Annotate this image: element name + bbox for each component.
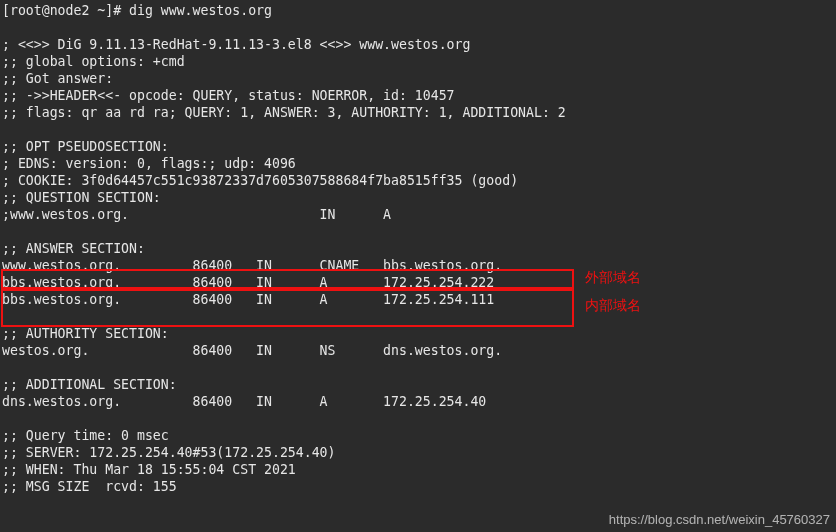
blank-line: [2, 20, 10, 35]
authority-section-title: ;; AUTHORITY SECTION:: [2, 326, 169, 341]
blank-line: [2, 122, 10, 137]
watermark: https://blog.csdn.net/weixin_45760327: [609, 511, 830, 528]
msg-size-line: ;; MSG SIZE rcvd: 155: [2, 479, 177, 494]
cookie-line: ; COOKIE: 3f0d64457c551c93872337d7605307…: [2, 173, 518, 188]
query-time-line: ;; Query time: 0 msec: [2, 428, 169, 443]
got-answer-line: ;; Got answer:: [2, 71, 113, 86]
answer-row-a-1: bbs.westos.org. 86400 IN A 172.25.254.22…: [2, 275, 494, 290]
server-line: ;; SERVER: 172.25.254.40#53(172.25.254.4…: [2, 445, 335, 460]
annotation-external-domain: 外部域名: [585, 269, 641, 286]
when-line: ;; WHEN: Thu Mar 18 15:55:04 CST 2021: [2, 462, 296, 477]
terminal-output: [root@node2 ~]# dig www.westos.org ; <<>…: [2, 2, 566, 495]
blank-line: [2, 360, 10, 375]
dig-version-line: ; <<>> DiG 9.11.13-RedHat-9.11.13-3.el8 …: [2, 37, 470, 52]
answer-section-title: ;; ANSWER SECTION:: [2, 241, 145, 256]
global-options-line: ;; global options: +cmd: [2, 54, 185, 69]
blank-line: [2, 411, 10, 426]
question-section-title: ;; QUESTION SECTION:: [2, 190, 161, 205]
answer-row-a-2: bbs.westos.org. 86400 IN A 172.25.254.11…: [2, 292, 494, 307]
annotation-internal-domain: 内部域名: [585, 297, 641, 314]
authority-row: westos.org. 86400 IN NS dns.westos.org.: [2, 343, 502, 358]
additional-row: dns.westos.org. 86400 IN A 172.25.254.40: [2, 394, 486, 409]
blank-line: [2, 309, 10, 324]
edns-line: ; EDNS: version: 0, flags:; udp: 4096: [2, 156, 296, 171]
flags-line: ;; flags: qr aa rd ra; QUERY: 1, ANSWER:…: [2, 105, 566, 120]
blank-line: [2, 224, 10, 239]
question-row: ;www.westos.org. IN A: [2, 207, 391, 222]
additional-section-title: ;; ADDITIONAL SECTION:: [2, 377, 177, 392]
header-line: ;; ->>HEADER<<- opcode: QUERY, status: N…: [2, 88, 455, 103]
answer-row-cname: www.westos.org. 86400 IN CNAME bbs.westo…: [2, 258, 502, 273]
opt-section-title: ;; OPT PSEUDOSECTION:: [2, 139, 169, 154]
shell-prompt-line: [root@node2 ~]# dig www.westos.org: [2, 3, 272, 18]
